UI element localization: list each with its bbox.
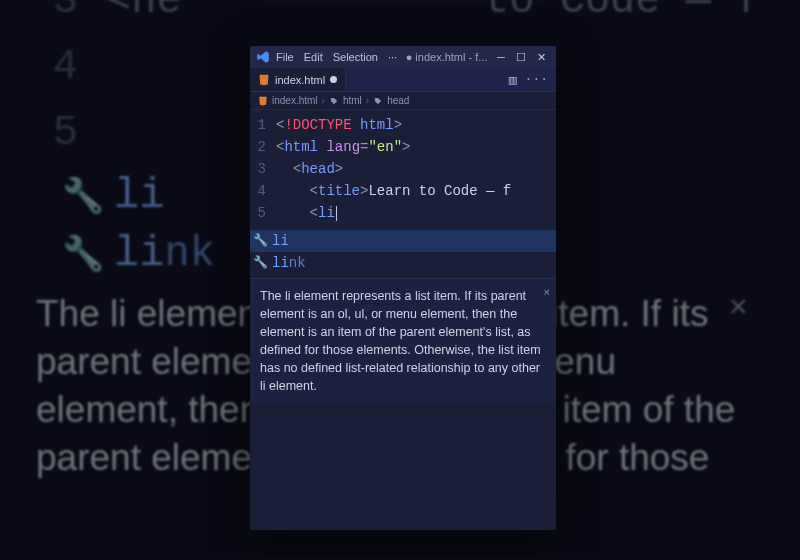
menu-overflow[interactable]: ··· [384,51,401,63]
tab-index-html[interactable]: index.html [250,68,346,91]
close-button[interactable]: ✕ [532,48,550,66]
menu-selection[interactable]: Selection [329,51,382,63]
menu-edit[interactable]: Edit [300,51,327,63]
menu-file[interactable]: File [272,51,298,63]
maximize-button[interactable]: ☐ [512,48,530,66]
text-cursor [336,206,337,221]
code-line: 3 <head> [250,158,556,180]
doc-text: The li element represents a list item. I… [260,289,541,393]
file-icon [258,96,268,106]
wrench-icon: 🔧 [252,230,268,252]
code-content: <head> [276,158,343,180]
intellisense-popup: 🔧 li 🔧 link The li element represents a … [250,230,556,403]
split-editor-icon[interactable]: ▥ [509,72,517,88]
editor[interactable]: 1<!DOCTYPE html>2<html lang="en">3 <head… [250,110,556,530]
html-file-icon [258,74,270,86]
crumb-head[interactable]: head [387,95,409,106]
line-number: 4 [250,180,276,202]
line-number: 5 [250,202,276,224]
window-title: ● index.html - f... [403,51,490,63]
suggestion-li[interactable]: 🔧 li [250,230,556,252]
vscode-window: File Edit Selection ··· ● index.html - f… [250,46,556,530]
code-line: 1<!DOCTYPE html> [250,114,556,136]
suggestion-doc: The li element represents a list item. I… [250,278,556,403]
code-content: <li [276,202,337,224]
bg-suggestions: 🔧li 🔧link [62,168,215,284]
code-content: <html lang="en"> [276,136,410,158]
code-line: 5 <li [250,202,556,224]
crumb-html[interactable]: html [343,95,362,106]
line-number: 2 [250,136,276,158]
line-number: 1 [250,114,276,136]
tab-label: index.html [275,74,325,86]
line-number: 3 [250,158,276,180]
title-bar: File Edit Selection ··· ● index.html - f… [250,46,556,68]
tab-bar: index.html ▥ ··· [250,68,556,92]
minimize-button[interactable]: ─ [492,48,510,66]
vscode-logo-icon [256,50,270,64]
tab-dirty-indicator-icon [330,76,337,83]
editor-lines: 1<!DOCTYPE html>2<html lang="en">3 <head… [250,114,556,224]
tag-icon [329,96,339,106]
suggestion-link[interactable]: 🔧 link [250,252,556,274]
tab-actions-more-icon[interactable]: ··· [525,72,548,88]
code-content: <!DOCTYPE html> [276,114,402,136]
tag-icon [373,96,383,106]
code-content: <title>Learn to Code — f [276,180,511,202]
bg-close-icon: × [729,290,748,327]
doc-close-icon[interactable]: × [544,283,550,301]
crumb-file[interactable]: index.html [272,95,318,106]
code-line: 2<html lang="en"> [250,136,556,158]
breadcrumb[interactable]: index.html › html › head [250,92,556,110]
code-line: 4 <title>Learn to Code — f [250,180,556,202]
wrench-icon: 🔧 [252,252,268,274]
